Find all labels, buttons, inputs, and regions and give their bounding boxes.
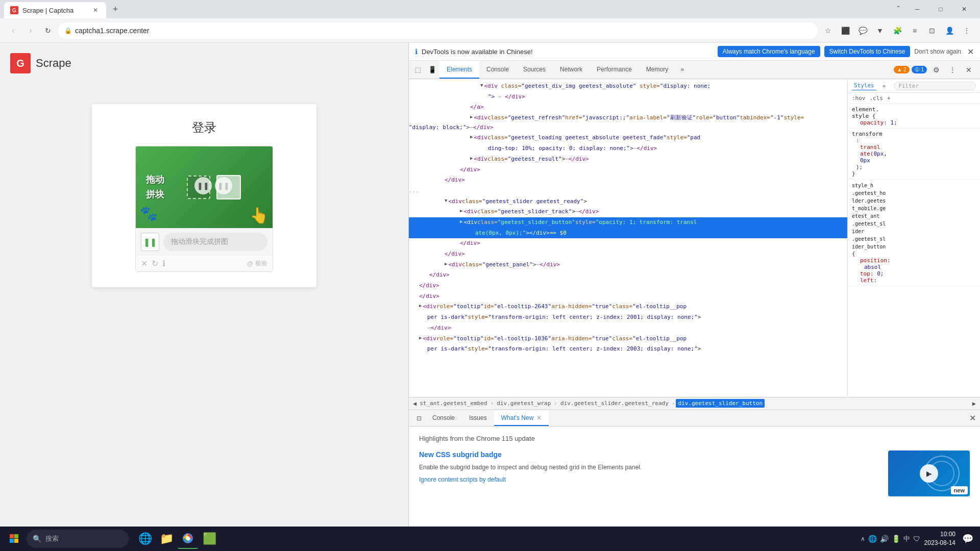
tab-sources[interactable]: Sources (516, 61, 553, 79)
bottom-close-button[interactable]: ✕ (969, 413, 980, 423)
always-match-button[interactable]: Always match Chrome's language (718, 46, 820, 57)
tab-elements[interactable]: Elements (439, 61, 479, 79)
html-line[interactable]: ding-top: 10%; opacity: 0; display: none… (409, 143, 847, 154)
clock[interactable]: 10:00 2023-08-14 (924, 530, 955, 547)
html-line[interactable]: </div> (409, 291, 847, 302)
article-title[interactable]: New CSS subgrid badge (419, 450, 880, 459)
network-icon[interactable]: 🌐 (868, 535, 877, 543)
minimize-button[interactable]: ─ (905, 1, 929, 17)
tab-network[interactable]: Network (553, 61, 590, 79)
taskbar-app-explorer[interactable]: 📁 (156, 529, 177, 549)
html-line[interactable]: ▶ <div role="tooltip" id="el-tooltip-103… (409, 334, 847, 344)
html-line[interactable]: ▶ <div class="geetest_panel"> ⋯ </div> (409, 260, 847, 270)
scroll-left-button[interactable]: ⌃ (891, 1, 905, 15)
account-icon[interactable]: 👤 (942, 23, 957, 38)
breadcrumb-item-4-active[interactable]: div.geetest_slider_button (676, 399, 765, 408)
taskbar-app-chrome[interactable] (178, 529, 198, 549)
tray-expand-icon[interactable]: ∧ (861, 535, 865, 542)
battery-icon[interactable]: 🔋 (892, 535, 900, 543)
forward-button[interactable]: › (23, 23, 38, 38)
device-toggle-icon[interactable]: 📱 (425, 63, 439, 77)
ime-icon[interactable]: 中 (903, 534, 910, 543)
maximize-button[interactable]: □ (929, 1, 952, 17)
html-line[interactable]: </div> (409, 270, 847, 281)
html-line[interactable]: ▶ <div class="geetest_refresh" href="jav… (409, 113, 847, 133)
html-line[interactable]: ▶ <div class="geetest_loading geetest_ab… (409, 133, 847, 143)
settings-icon[interactable]: ⚙ (929, 63, 943, 77)
reload-button[interactable]: ↻ (41, 23, 55, 38)
active-tab[interactable]: G Scrape | Captcha ✕ (4, 2, 106, 18)
tab-close-button[interactable]: ✕ (91, 6, 100, 15)
bottom-console-icon[interactable]: ⊡ (413, 412, 425, 424)
taskbar-app-pycharm[interactable]: 🟩 (199, 529, 219, 549)
breadcrumb-item-2[interactable]: div.geetest_wrap (495, 399, 553, 408)
scroll-left-breadcrumb[interactable]: ◀ (413, 400, 416, 407)
volume-icon[interactable]: 🔊 (880, 535, 889, 543)
html-line[interactable]: ⋯ </div> (409, 323, 847, 334)
html-line[interactable]: </div> (409, 249, 847, 260)
slider-handle[interactable]: ❚❚ (141, 233, 159, 251)
html-line-selected[interactable]: ▶ <div class="geetest_slider_button" sty… (409, 217, 847, 228)
start-button[interactable] (4, 529, 24, 549)
scroll-right-breadcrumb[interactable]: ▶ (972, 400, 976, 407)
slider-track[interactable]: 拖动滑块完成拼图 (163, 233, 267, 251)
ext4-icon[interactable]: ≡ (908, 23, 922, 38)
html-line[interactable]: per is-dark" style="transform-origin: le… (409, 312, 847, 323)
html-line[interactable]: ▶ <div role="tooltip" id="el-tooltip-264… (409, 302, 847, 312)
captcha-refresh-icon[interactable]: ↻ (152, 259, 158, 268)
ext2-icon[interactable]: ▼ (873, 23, 887, 38)
html-line-ellipsis[interactable]: ... (409, 186, 847, 196)
resize-icon[interactable]: ⊡ (925, 23, 939, 38)
filter-styles-input[interactable]: Filter (894, 82, 976, 90)
devtools-more-icon[interactable]: ⋮ (945, 63, 960, 77)
dont-show-again-button[interactable]: Don't show again (914, 48, 961, 55)
breadcrumb-item-1[interactable]: st_ant.geetest_embed (418, 399, 489, 408)
html-line[interactable]: </a> (409, 102, 847, 113)
inspect-element-icon[interactable]: ⬚ (411, 63, 425, 77)
tab-bottom-whats-new[interactable]: What's New ✕ (494, 410, 549, 426)
html-line[interactable]: ▼ <div class="geetest_slider geetest_rea… (409, 196, 847, 207)
html-line[interactable]: ▼ <div class="geetest_div_img geetest_ab… (409, 81, 847, 92)
html-line[interactable]: "> ⋯ </div> (409, 92, 847, 103)
hover-state[interactable]: :hov (852, 95, 866, 102)
extensions-icon[interactable]: ⬛ (838, 23, 852, 38)
whats-new-tab-close[interactable]: ✕ (536, 414, 542, 421)
add-style[interactable]: + (887, 95, 891, 102)
captcha-close-icon[interactable]: ✕ (141, 259, 148, 268)
cls-state[interactable]: .cls (870, 95, 884, 102)
html-line[interactable]: ▶ <div class="geetest_result"> ⋯ </div> (409, 154, 847, 165)
tab-bottom-issues[interactable]: Issues (462, 410, 494, 426)
tab-memory[interactable]: Memory (639, 61, 675, 79)
tab-bottom-console[interactable]: Console (425, 410, 462, 426)
breadcrumb-item-3[interactable]: div.geetest_slider.geetest_ready (558, 399, 671, 408)
puzzle-piece[interactable] (216, 175, 241, 199)
styles-tab-active[interactable]: Styles (852, 81, 876, 90)
bookmark-icon[interactable]: ☆ (821, 23, 835, 38)
security-icon[interactable]: 🛡 (913, 535, 920, 543)
warning-badge[interactable]: ▲ 2 (894, 66, 909, 73)
close-button[interactable]: ✕ (952, 1, 976, 17)
html-line[interactable]: </div> (409, 165, 847, 176)
ext3-icon[interactable]: 🧩 (890, 23, 904, 38)
html-line[interactable]: </div> (409, 175, 847, 186)
discord-icon[interactable]: 💬 (855, 23, 870, 38)
tab-more[interactable]: » (675, 61, 689, 79)
html-line[interactable]: </div> (409, 281, 847, 291)
html-line[interactable]: ▶ <div class="geetest_slider_track"> ⋯ <… (409, 207, 847, 217)
switch-chinese-button[interactable]: Switch DevTools to Chinese (824, 46, 911, 57)
url-input[interactable]: 🔒 captcha1.scrape.center (58, 22, 818, 39)
tab-console[interactable]: Console (479, 61, 516, 79)
html-line[interactable]: </div> (409, 238, 847, 249)
tab-performance[interactable]: Performance (590, 61, 639, 79)
more-icon[interactable]: ⋮ (960, 23, 974, 38)
info-badge[interactable]: 🛈 1 (912, 66, 927, 73)
new-tab-button[interactable]: + (108, 2, 122, 16)
taskbar-search[interactable]: 🔍 搜索 (27, 530, 129, 548)
styles-tab-computed[interactable]: » (880, 82, 888, 90)
devtools-close-icon[interactable]: ✕ (962, 63, 976, 77)
html-line-selected-cont[interactable]: ate(0px, 0px);"></div> == $0 (409, 228, 847, 239)
notification-close-icon[interactable]: ✕ (967, 47, 974, 57)
back-button[interactable]: ‹ (6, 23, 20, 38)
article-link[interactable]: Ignore content scripts by default (419, 476, 880, 483)
captcha-info-icon[interactable]: ℹ (162, 259, 165, 268)
